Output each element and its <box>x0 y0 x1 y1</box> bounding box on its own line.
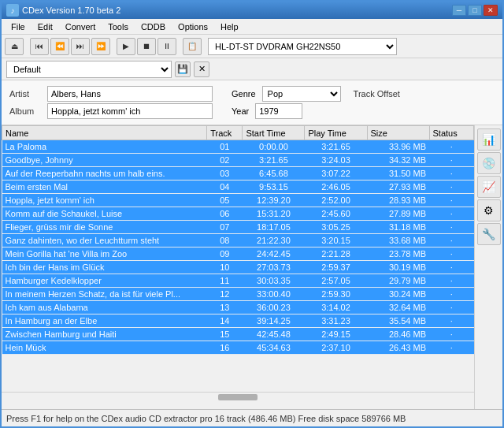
cell-name: Auf der Reeperbahn nachts um halb eins. <box>2 167 207 181</box>
cell-size: 29.79 MB <box>367 274 429 288</box>
header-status[interactable]: Status <box>429 126 473 140</box>
status-text: Press F1 for help on the CDex audio CD e… <box>6 414 406 423</box>
close-button[interactable]: ✕ <box>484 5 498 16</box>
prev-track-button[interactable]: ⏭ <box>71 38 90 55</box>
cell-play: 3:07.22 <box>305 167 367 181</box>
sidebar-tools-button[interactable]: 🔧 <box>477 223 501 245</box>
menu-tools[interactable]: Tools <box>102 20 135 33</box>
header-track[interactable]: Track <box>207 126 243 140</box>
table-row[interactable]: Hamburger Kedelklopper1130:03.352:57.052… <box>2 274 474 288</box>
eject-button[interactable]: ⏏ <box>5 38 24 55</box>
profile-select[interactable]: Default <box>6 61 172 78</box>
table-row[interactable]: Beim ersten Mal049:53.152:46.0527.93 MB· <box>2 181 474 194</box>
album-input[interactable] <box>47 103 213 119</box>
cell-play: 3:20.15 <box>305 234 367 247</box>
rewind-button[interactable]: ⏪ <box>50 38 69 55</box>
track-table: Name Track Start Time Play Time Size Sta… <box>2 125 474 355</box>
cell-start: 27:03.73 <box>243 261 305 274</box>
cell-start: 36:00.23 <box>243 301 305 314</box>
menu-options[interactable]: Options <box>172 20 214 33</box>
copy-button[interactable]: 📋 <box>183 38 202 55</box>
menu-bar: File Edit Convert Tools CDDB Options Hel… <box>2 19 502 35</box>
cell-play: 3:14.02 <box>305 301 367 314</box>
table-row[interactable]: Goodbye, Johnny023:21.653:24.0334.32 MB· <box>2 154 474 167</box>
settings-gear-icon: ⚙ <box>484 204 494 217</box>
cell-track: 07 <box>207 221 243 234</box>
cell-size: 27.89 MB <box>367 207 429 221</box>
tools-icon: 🔧 <box>482 228 495 240</box>
cell-name: Hein Mück <box>2 341 207 355</box>
album-row: Album Year <box>9 102 495 120</box>
table-row[interactable]: Auf der Reeperbahn nachts um halb eins.0… <box>2 167 474 181</box>
track-table-wrapper[interactable]: Name Track Start Time Play Time Size Sta… <box>2 125 474 392</box>
cell-size: 33.68 MB <box>367 234 429 247</box>
cell-size: 31.18 MB <box>367 221 429 234</box>
cell-size: 23.78 MB <box>367 247 429 261</box>
table-header-row: Name Track Start Time Play Time Size Sta… <box>2 126 474 140</box>
cell-name: In Hamburg an der Elbe <box>2 314 207 328</box>
cell-track: 13 <box>207 301 243 314</box>
cell-start: 3:21.65 <box>243 154 305 167</box>
cell-status: · <box>429 207 473 221</box>
menu-file[interactable]: File <box>5 20 32 33</box>
menu-convert[interactable]: Convert <box>59 20 102 33</box>
sidebar-cd-button[interactable]: 💿 <box>477 152 501 174</box>
cell-track: 02 <box>207 154 243 167</box>
cell-status: · <box>429 261 473 274</box>
cell-name: Goodbye, Johnny <box>2 154 207 167</box>
table-row[interactable]: Ich kam aus Alabama1336:00.233:14.0232.6… <box>2 301 474 314</box>
table-row[interactable]: In meinem Herzen Schatz, da ist für viel… <box>2 288 474 301</box>
table-row[interactable]: Ganz dahinten, wo der Leuchtturm steht08… <box>2 234 474 247</box>
save-profile-button[interactable]: 💾 <box>175 61 191 77</box>
cell-track: 10 <box>207 261 243 274</box>
menu-cddb[interactable]: CDDB <box>135 20 172 33</box>
pause-button[interactable]: ⏸ <box>158 38 176 55</box>
toolbar2: Default 💾 ✕ <box>2 58 502 80</box>
minimize-button[interactable]: ─ <box>452 5 466 16</box>
table-row[interactable]: Ich bin der Hans im Glück1027:03.732:59.… <box>2 261 474 274</box>
scrollbar-thumb[interactable] <box>218 394 258 400</box>
cell-size: 34.32 MB <box>367 154 429 167</box>
table-row[interactable]: La Paloma010:00.003:21.6533.96 MB· <box>2 140 474 154</box>
cell-status: · <box>429 234 473 247</box>
table-row[interactable]: Hoppla, jetzt komm' ich0512:39.202:52.00… <box>2 194 474 207</box>
menu-edit[interactable]: Edit <box>32 20 59 33</box>
cell-start: 6:45.68 <box>243 167 305 181</box>
sidebar-chart-button[interactable]: 📈 <box>477 176 501 198</box>
table-row[interactable]: Zwischen Hamburg und Haiti1542:45.482:49… <box>2 328 474 341</box>
prev-button[interactable]: ⏮ <box>30 38 49 55</box>
header-name[interactable]: Name <box>2 126 207 140</box>
table-row[interactable]: In Hamburg an der Elbe1439:14.253:31.233… <box>2 314 474 328</box>
header-size[interactable]: Size <box>367 126 429 140</box>
header-start-time[interactable]: Start Time <box>243 126 305 140</box>
cell-track: 15 <box>207 328 243 341</box>
cell-status: · <box>429 288 473 301</box>
genre-select[interactable]: Pop <box>262 86 341 102</box>
close-profile-button[interactable]: ✕ <box>194 61 209 77</box>
cell-status: · <box>429 247 473 261</box>
title-buttons: ─ □ ✕ <box>452 5 498 16</box>
sidebar-graph-button[interactable]: 📊 <box>477 128 501 151</box>
table-row[interactable]: Hein Mück1645:34.632:37.1026.43 MB· <box>2 341 474 355</box>
cell-name: In meinem Herzen Schatz, da ist für viel… <box>2 288 207 301</box>
cell-size: 30.19 MB <box>367 261 429 274</box>
artist-input[interactable] <box>47 86 213 102</box>
sidebar-settings-button[interactable]: ⚙ <box>477 199 501 221</box>
header-play-time[interactable]: Play Time <box>305 126 367 140</box>
menu-help[interactable]: Help <box>214 20 245 33</box>
cell-play: 2:21.28 <box>305 247 367 261</box>
cell-track: 11 <box>207 274 243 288</box>
track-offset-label: Track Offset <box>354 89 400 99</box>
play-button[interactable]: ▶ <box>117 38 135 55</box>
maximize-button[interactable]: □ <box>468 5 482 16</box>
cell-start: 18:17.05 <box>243 221 305 234</box>
table-row[interactable]: Flieger, grüss mir die Sonne0718:17.053:… <box>2 221 474 234</box>
next-track-button[interactable]: ⏩ <box>91 38 110 55</box>
stop-button[interactable]: ⏹ <box>137 38 156 55</box>
table-row[interactable]: Komm auf die Schaukel, Luise0615:31.202:… <box>2 207 474 221</box>
table-row[interactable]: Mein Gorilla hat 'ne Villa im Zoo0924:42… <box>2 247 474 261</box>
cell-play: 3:24.03 <box>305 154 367 167</box>
bar-chart-icon: 📈 <box>482 181 495 193</box>
drive-select[interactable]: HL-DT-ST DVDRAM GH22NS50 <box>208 38 397 55</box>
year-input[interactable] <box>255 103 302 119</box>
